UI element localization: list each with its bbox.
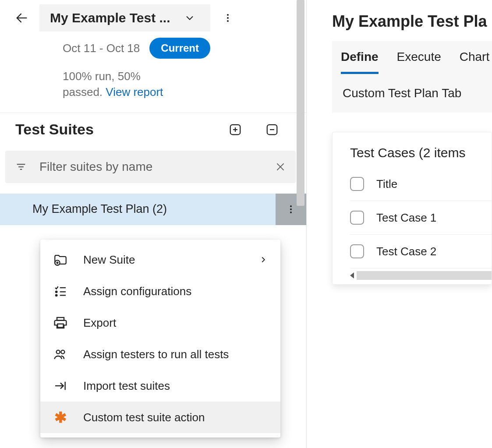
folder-plus-icon	[53, 252, 68, 268]
suite-context-menu: New Suite Assign configurations	[40, 240, 280, 437]
svg-point-15	[290, 208, 292, 210]
horizontal-scrollbar[interactable]	[350, 271, 492, 280]
svg-point-14	[290, 205, 292, 207]
more-options-button[interactable]	[219, 9, 237, 27]
clear-filter-icon[interactable]	[275, 161, 286, 173]
run-stats: 100% run, 50% passed. View report	[63, 68, 212, 100]
case-title: Test Case 1	[376, 211, 436, 225]
suite-row-selected[interactable]: My Example Test Plan (2)	[0, 194, 306, 225]
test-plan-dropdown[interactable]: My Example Test ...	[39, 4, 210, 32]
filter-suites-input[interactable]	[39, 159, 263, 174]
menu-assign-configurations[interactable]: Assign configurations	[40, 275, 280, 307]
filter-icon	[15, 161, 27, 173]
svg-point-16	[290, 212, 292, 213]
svg-point-28	[61, 350, 64, 354]
svg-rect-26	[57, 324, 63, 328]
left-panel: My Example Test ... Oct 11 - Oct 18 Curr…	[0, 0, 307, 448]
expand-all-button[interactable]	[226, 120, 245, 139]
right-panel: My Example Test Pla Define Execute Chart…	[307, 0, 492, 448]
svg-point-3	[227, 20, 229, 22]
tab-chart[interactable]: Chart	[460, 50, 489, 74]
menu-import-suites[interactable]: Import test suites	[40, 370, 280, 402]
menu-export[interactable]: Export	[40, 307, 280, 339]
svg-point-27	[57, 350, 60, 354]
select-all-checkbox[interactable]	[350, 177, 364, 191]
test-suites-heading: Test Suites	[15, 121, 208, 138]
case-title: Test Case 2	[376, 245, 436, 258]
svg-point-21	[56, 291, 57, 293]
collapse-all-button[interactable]	[262, 120, 282, 139]
print-icon	[53, 315, 68, 331]
checklist-icon	[53, 283, 68, 299]
menu-assign-testers[interactable]: Assign testers to run all tests	[40, 339, 280, 370]
test-cases-heading: Test Cases (2 items	[350, 145, 492, 160]
date-range: Oct 11 - Oct 18	[63, 42, 140, 55]
menu-custom-suite-action[interactable]: ✱ Custom test suite action	[40, 402, 280, 433]
tab-bar: Define Execute Chart	[341, 41, 492, 74]
column-title[interactable]: Title	[376, 177, 397, 191]
table-header-row: Title	[350, 167, 492, 201]
menu-new-suite[interactable]: New Suite	[40, 244, 280, 275]
import-icon	[53, 378, 68, 394]
back-button[interactable]	[13, 9, 31, 27]
custom-tab-area[interactable]: Custom Test Plan Tab	[341, 74, 492, 113]
view-report-link[interactable]: View report	[106, 85, 163, 99]
svg-point-23	[56, 295, 57, 296]
chevron-down-icon	[184, 12, 196, 24]
tab-execute[interactable]: Execute	[397, 50, 441, 74]
table-row[interactable]: Test Case 2	[350, 235, 492, 268]
people-icon	[53, 346, 68, 362]
row-checkbox[interactable]	[350, 244, 364, 258]
test-plan-title: My Example Test ...	[50, 11, 170, 25]
page-title: My Example Test Pla	[332, 12, 492, 31]
test-cases-card: Test Cases (2 items Title Test Case 1 Te…	[332, 132, 492, 285]
tab-define[interactable]: Define	[341, 50, 379, 74]
filter-suites-box[interactable]	[5, 151, 296, 183]
row-checkbox[interactable]	[350, 211, 364, 225]
extension-icon: ✱	[53, 409, 68, 425]
suite-row-label: My Example Test Plan (2)	[32, 202, 276, 216]
vertical-scrollbar[interactable]	[297, 0, 304, 206]
chevron-right-icon	[258, 255, 268, 265]
svg-point-2	[227, 17, 229, 19]
table-row[interactable]: Test Case 1	[350, 201, 492, 235]
iteration-current-badge: Current	[149, 38, 210, 59]
svg-point-1	[227, 14, 229, 16]
